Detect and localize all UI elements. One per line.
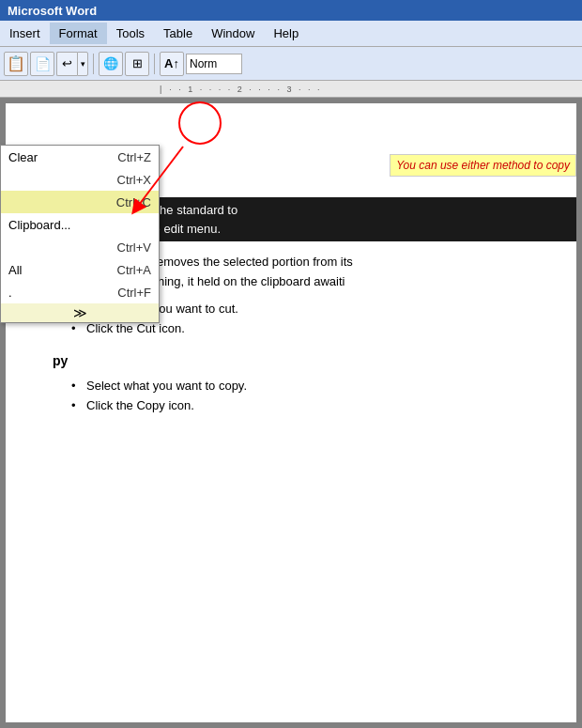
dropdown-item-clipboard[interactable]: Clipboard... <box>1 213 159 236</box>
dropdown-item-select-all[interactable]: All Ctrl+A <box>1 258 159 281</box>
table-btn[interactable]: ⊞ <box>125 52 149 76</box>
copy-btn[interactable]: 📋 <box>4 52 28 76</box>
dropdown-item-cut[interactable]: Ctrl+X <box>1 168 159 191</box>
menu-item-tools[interactable]: Tools <box>107 23 154 44</box>
menu-item-insert[interactable]: Insert <box>0 23 50 44</box>
list-item: Select what you want to copy. <box>71 377 529 395</box>
ruler: | · · 1 · · · · 2 · · · · 3 · · · <box>0 81 582 98</box>
more-icon: ≫ <box>73 305 87 320</box>
toolbar: 📋 📄 ↩ ▾ 🌐 ⊞ A↑ <box>0 47 582 81</box>
dropdown-menu: Clear Ctrl+Z Ctrl+X Ctrl+C Clipboard... <box>0 145 160 323</box>
web-btn[interactable]: 🌐 <box>99 52 123 76</box>
dropdown-more-btn[interactable]: ≫ <box>1 303 159 322</box>
paste-btn[interactable]: 📄 <box>30 52 54 76</box>
menu-item-format[interactable]: Format <box>50 23 107 44</box>
toolbar-sep1 <box>93 54 94 74</box>
undo-dropdown-btn[interactable]: ▾ <box>77 52 88 76</box>
dropdown-item-clear[interactable]: Clear Ctrl+Z <box>1 146 159 168</box>
copy-bullet-list: Select what you want to copy. Click the … <box>53 377 529 415</box>
menu-item-window[interactable]: Window <box>202 23 264 44</box>
list-item: Click the Copy icon. <box>71 396 529 415</box>
app-window: Microsoft Word Insert Format Tools Table… <box>0 0 582 728</box>
menu-bar: Insert Format Tools Table Window Help <box>0 21 582 47</box>
document-area: You can use either method to copy e shor… <box>0 98 582 728</box>
title-bar: Microsoft Word <box>0 0 582 21</box>
dropdown-item-paste[interactable]: Ctrl+V <box>1 236 159 258</box>
font-name-input[interactable] <box>186 54 242 74</box>
title-text: Microsoft Word <box>8 4 97 18</box>
copy-heading: py <box>53 351 529 371</box>
dropdown-item-copy[interactable]: Ctrl+C <box>1 191 159 213</box>
font-size-btn[interactable]: A↑ <box>160 52 184 76</box>
main-area: You can use either method to copy e shor… <box>0 98 582 728</box>
undo-btn[interactable]: ↩ <box>56 52 77 76</box>
undo-group: ↩ ▾ <box>56 52 88 76</box>
copy-callout: You can use either method to copy <box>390 154 576 177</box>
menu-item-table[interactable]: Table <box>154 23 202 44</box>
toolbar-sep2 <box>154 54 155 74</box>
dropdown-item-find[interactable]: . Ctrl+F <box>1 281 159 303</box>
menu-item-help[interactable]: Help <box>264 23 308 44</box>
